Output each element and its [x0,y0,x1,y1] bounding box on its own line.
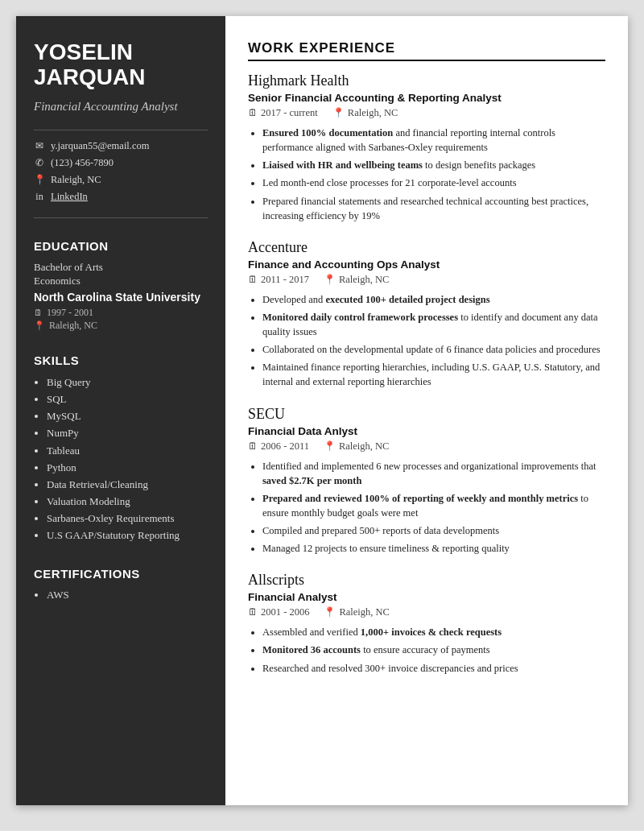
job-location-allscripts: 📍 Raleigh, NC [324,606,390,618]
work-experience-heading: WORK EXPERIENCE [248,40,605,61]
education-section: EDUCATION Bachelor of Arts Economics Nor… [34,236,208,333]
location-icon: 📍 [324,440,336,453]
location-icon: 📍 [332,107,345,119]
bullet-item: Monitored 36 accounts to ensure accuracy… [262,643,605,657]
location-icon: 📍 [324,606,336,618]
job-title-highmark: Senior Financial Accounting & Reporting … [248,92,605,104]
job-years-highmark: 🗓 2017 - current [248,107,318,119]
location-contact: 📍 Raleigh, NC [34,174,208,186]
job-title-secu: Financial Data Anlyst [248,425,605,437]
job-years-allscripts: 🗓 2001 - 2006 [248,606,309,618]
edu-location: 📍 Raleigh, NC [34,320,208,332]
email-contact: ✉ y.jarquan55@email.com [34,140,208,152]
company-name-allscripts: Allscripts [248,572,605,589]
calendar-icon: 🗓 [248,107,258,119]
job-bullets-highmark: Ensured 100% documentation and financial… [248,126,605,223]
company-name-accenture: Accenture [248,239,605,256]
job-location-secu: 📍 Raleigh, NC [324,440,390,453]
company-name-highmark: Highmark Health [248,72,605,89]
bullet-item: Collaborated on the developmental update… [262,342,605,357]
calendar-icon: 🗓 [34,308,43,317]
bullet-item: Assembled and verified 1,000+ invoices &… [262,625,605,639]
edu-degree: Bachelor of Arts [34,261,208,274]
job-bullets-allscripts: Assembled and verified 1,000+ invoices &… [248,625,605,675]
skill-item: NumPy [47,426,208,440]
calendar-icon: 🗓 [248,274,258,286]
job-title-allscripts: Financial Analyst [248,591,605,603]
job-meta-secu: 🗓 2006 - 2011 📍 Raleigh, NC [248,440,605,453]
phone-icon: ✆ [34,157,45,169]
certifications-section: CERTIFICATIONS AWS [34,564,208,604]
bullet-item: Managed 12 projects to ensure timeliness… [262,541,605,556]
bullet-item: Researched and resolved 300+ invoice dis… [262,661,605,676]
edu-years: 🗓 1997 - 2001 [34,307,208,319]
job-bullets-secu: Identified and implemented 6 new process… [248,459,605,556]
skill-item: Big Query [47,375,208,390]
skills-heading: SKILLS [34,353,208,367]
contact-section: ✉ y.jarquan55@email.com ✆ (123) 456-7890… [34,130,208,218]
certifications-heading: CERTIFICATIONS [34,567,208,581]
location-icon: 📍 [34,174,45,186]
edu-major: Economics [34,275,208,287]
job-meta-accenture: 🗓 2011 - 2017 📍 Raleigh, NC [248,274,605,286]
job-meta-highmark: 🗓 2017 - current 📍 Raleigh, NC [248,107,605,119]
job-meta-allscripts: 🗓 2001 - 2006 📍 Raleigh, NC [248,606,605,618]
resume-wrapper: YOSELIN JARQUAN Financial Accounting Ana… [16,16,628,805]
bullet-item: Led month-end close processes for 21 cor… [262,176,605,190]
job-years-secu: 🗓 2006 - 2011 [248,440,309,453]
skill-item: Data Retrieval/Cleaning [47,478,208,492]
job-highmark: Highmark Health Senior Financial Account… [248,72,605,223]
phone-contact: ✆ (123) 456-7890 [34,157,208,169]
calendar-icon: 🗓 [248,440,258,453]
job-secu: SECU Financial Data Anlyst 🗓 2006 - 2011… [248,406,605,556]
bullet-item: Monitored daily control framework proces… [262,310,605,339]
education-heading: EDUCATION [34,239,208,253]
calendar-icon: 🗓 [248,606,258,618]
job-location-accenture: 📍 Raleigh, NC [324,274,390,286]
skills-list: Big Query SQL MySQL NumPy Tableau Python… [34,375,208,544]
job-location-highmark: 📍 Raleigh, NC [332,107,398,119]
skill-item: Tableau [47,444,208,458]
bullet-item: Maintained finance reporting hierarchies… [262,360,605,389]
job-allscripts: Allscripts Financial Analyst 🗓 2001 - 20… [248,572,605,675]
company-name-secu: SECU [248,406,605,423]
job-title-accenture: Finance and Accounting Ops Analyst [248,258,605,271]
candidate-name: YOSELIN JARQUAN [34,40,208,90]
skills-section: SKILLS Big Query SQL MySQL NumPy Tableau… [34,350,208,546]
bullet-item: Compiled and prepared 500+ reports of da… [262,523,605,538]
bullet-item: Prepared and reviewed 100% of reporting … [262,491,605,520]
edu-school: North Carolina State University [34,290,208,304]
linkedin-contact[interactable]: in LinkedIn [34,191,208,203]
bullet-item: Ensured 100% documentation and financial… [262,126,605,155]
skill-item: Python [47,461,208,475]
linkedin-icon: in [34,191,45,203]
bullet-item: Developed and executed 100+ detailed pro… [262,292,605,307]
job-accenture: Accenture Finance and Accounting Ops Ana… [248,239,605,390]
skill-item: SQL [47,392,208,407]
email-icon: ✉ [34,140,45,152]
sidebar: YOSELIN JARQUAN Financial Accounting Ana… [16,16,225,805]
cert-list: AWS [34,589,208,602]
skill-item: U.S GAAP/Statutory Reporting [47,528,208,543]
bullet-item: Liaised with HR and wellbeing teams to d… [262,158,605,172]
main-content: WORK EXPERIENCE Highmark Health Senior F… [225,16,628,805]
location-icon: 📍 [324,274,336,286]
edu-location-icon: 📍 [34,320,45,331]
skill-item: MySQL [47,409,208,424]
candidate-title: Financial Accounting Analyst [34,98,208,115]
skill-item: Sarbanes-Oxley Requirements [47,511,208,526]
job-years-accenture: 🗓 2011 - 2017 [248,274,309,286]
skill-item: Valuation Modeling [47,494,208,509]
bullet-item: Prepared financial statements and resear… [262,194,605,223]
cert-item: AWS [47,589,208,602]
bullet-item: Identified and implemented 6 new process… [262,459,605,488]
job-bullets-accenture: Developed and executed 100+ detailed pro… [248,292,605,390]
